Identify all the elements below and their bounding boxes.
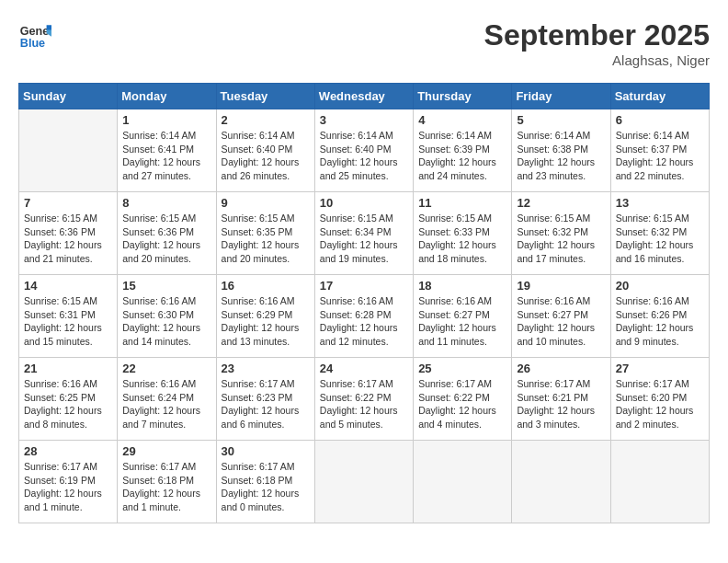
calendar-cell: 23Sunrise: 6:17 AMSunset: 6:23 PMDayligh… (216, 358, 314, 441)
day-number: 3 (320, 113, 408, 127)
day-info: Sunrise: 6:17 AMSunset: 6:20 PMDaylight:… (616, 377, 704, 431)
calendar-cell: 18Sunrise: 6:16 AMSunset: 6:27 PMDayligh… (414, 275, 512, 358)
calendar-cell: 27Sunrise: 6:17 AMSunset: 6:20 PMDayligh… (610, 358, 709, 441)
day-of-week-header: Wednesday (314, 84, 413, 109)
calendar-cell: 7Sunrise: 6:15 AMSunset: 6:36 PMDaylight… (19, 192, 118, 275)
day-info: Sunrise: 6:17 AMSunset: 6:22 PMDaylight:… (320, 377, 408, 431)
calendar-cell: 30Sunrise: 6:17 AMSunset: 6:18 PMDayligh… (216, 441, 314, 523)
logo: General Blue (18, 18, 51, 52)
day-info: Sunrise: 6:15 AMSunset: 6:31 PMDaylight:… (24, 294, 112, 349)
day-number: 26 (517, 362, 605, 375)
day-number: 21 (24, 362, 112, 375)
calendar-cell: 5Sunrise: 6:14 AMSunset: 6:38 PMDaylight… (512, 109, 610, 192)
day-info: Sunrise: 6:17 AMSunset: 6:22 PMDaylight:… (418, 377, 506, 431)
day-info: Sunrise: 6:15 AMSunset: 6:36 PMDaylight:… (122, 212, 210, 266)
day-of-week-header: Tuesday (216, 84, 314, 109)
day-number: 22 (122, 362, 210, 375)
calendar-week-row: 28Sunrise: 6:17 AMSunset: 6:19 PMDayligh… (19, 441, 710, 523)
calendar-cell (314, 441, 413, 523)
day-number: 24 (320, 362, 408, 375)
calendar-week-row: 14Sunrise: 6:15 AMSunset: 6:31 PMDayligh… (19, 275, 710, 358)
calendar-cell: 20Sunrise: 6:16 AMSunset: 6:26 PMDayligh… (610, 275, 709, 358)
day-info: Sunrise: 6:16 AMSunset: 6:26 PMDaylight:… (616, 294, 704, 349)
calendar-cell: 19Sunrise: 6:16 AMSunset: 6:27 PMDayligh… (512, 275, 610, 358)
calendar-cell: 4Sunrise: 6:14 AMSunset: 6:39 PMDaylight… (414, 109, 512, 192)
day-info: Sunrise: 6:14 AMSunset: 6:39 PMDaylight:… (418, 129, 506, 183)
day-number: 27 (616, 362, 704, 375)
day-info: Sunrise: 6:15 AMSunset: 6:32 PMDaylight:… (517, 212, 605, 266)
day-info: Sunrise: 6:17 AMSunset: 6:21 PMDaylight:… (517, 377, 605, 431)
page-header: General Blue September 2025 Alaghsas, Ni… (18, 18, 710, 68)
day-number: 23 (222, 362, 310, 375)
calendar-week-row: 21Sunrise: 6:16 AMSunset: 6:25 PMDayligh… (19, 358, 710, 441)
day-of-week-header: Friday (512, 84, 610, 109)
calendar-cell: 13Sunrise: 6:15 AMSunset: 6:32 PMDayligh… (610, 192, 709, 275)
calendar-table: SundayMondayTuesdayWednesdayThursdayFrid… (18, 83, 710, 523)
day-info: Sunrise: 6:14 AMSunset: 6:41 PMDaylight:… (122, 129, 210, 183)
day-info: Sunrise: 6:16 AMSunset: 6:25 PMDaylight:… (24, 377, 112, 431)
day-number: 18 (418, 279, 506, 293)
day-info: Sunrise: 6:17 AMSunset: 6:19 PMDaylight:… (24, 460, 112, 514)
day-info: Sunrise: 6:14 AMSunset: 6:37 PMDaylight:… (616, 129, 704, 183)
calendar-cell: 24Sunrise: 6:17 AMSunset: 6:22 PMDayligh… (314, 358, 413, 441)
day-number: 16 (222, 279, 310, 293)
day-number: 15 (122, 279, 210, 293)
calendar-body: 1Sunrise: 6:14 AMSunset: 6:41 PMDaylight… (19, 109, 710, 523)
calendar-week-row: 7Sunrise: 6:15 AMSunset: 6:36 PMDaylight… (19, 192, 710, 275)
calendar-cell: 26Sunrise: 6:17 AMSunset: 6:21 PMDayligh… (512, 358, 610, 441)
day-info: Sunrise: 6:15 AMSunset: 6:32 PMDaylight:… (616, 212, 704, 266)
day-number: 7 (24, 196, 112, 210)
day-number: 28 (24, 444, 112, 458)
day-info: Sunrise: 6:14 AMSunset: 6:38 PMDaylight:… (517, 129, 605, 183)
day-info: Sunrise: 6:15 AMSunset: 6:34 PMDaylight:… (320, 212, 408, 266)
calendar-cell (512, 441, 610, 523)
day-info: Sunrise: 6:17 AMSunset: 6:18 PMDaylight:… (222, 460, 310, 514)
calendar-cell: 6Sunrise: 6:14 AMSunset: 6:37 PMDaylight… (610, 109, 709, 192)
location: Alaghsas, Niger (484, 52, 710, 68)
calendar-header-row: SundayMondayTuesdayWednesdayThursdayFrid… (19, 84, 710, 109)
calendar-cell: 2Sunrise: 6:14 AMSunset: 6:40 PMDaylight… (216, 109, 314, 192)
day-number: 20 (616, 279, 704, 293)
day-info: Sunrise: 6:15 AMSunset: 6:33 PMDaylight:… (418, 212, 506, 266)
day-info: Sunrise: 6:16 AMSunset: 6:30 PMDaylight:… (122, 294, 210, 349)
title-block: September 2025 Alaghsas, Niger (484, 18, 710, 68)
calendar-cell: 14Sunrise: 6:15 AMSunset: 6:31 PMDayligh… (19, 275, 118, 358)
day-of-week-header: Monday (118, 84, 216, 109)
day-number: 25 (418, 362, 506, 375)
calendar-cell: 16Sunrise: 6:16 AMSunset: 6:29 PMDayligh… (216, 275, 314, 358)
calendar-cell: 12Sunrise: 6:15 AMSunset: 6:32 PMDayligh… (512, 192, 610, 275)
day-info: Sunrise: 6:14 AMSunset: 6:40 PMDaylight:… (320, 129, 408, 183)
calendar-cell (414, 441, 512, 523)
calendar-cell: 3Sunrise: 6:14 AMSunset: 6:40 PMDaylight… (314, 109, 413, 192)
month-title: September 2025 (484, 18, 710, 52)
day-info: Sunrise: 6:16 AMSunset: 6:27 PMDaylight:… (418, 294, 506, 349)
calendar-cell: 15Sunrise: 6:16 AMSunset: 6:30 PMDayligh… (118, 275, 216, 358)
calendar-cell: 10Sunrise: 6:15 AMSunset: 6:34 PMDayligh… (314, 192, 413, 275)
calendar-cell: 25Sunrise: 6:17 AMSunset: 6:22 PMDayligh… (414, 358, 512, 441)
day-info: Sunrise: 6:17 AMSunset: 6:18 PMDaylight:… (122, 460, 210, 514)
day-number: 1 (122, 113, 210, 127)
day-number: 12 (517, 196, 605, 210)
day-info: Sunrise: 6:17 AMSunset: 6:23 PMDaylight:… (222, 377, 310, 431)
day-info: Sunrise: 6:16 AMSunset: 6:28 PMDaylight:… (320, 294, 408, 349)
day-number: 2 (222, 113, 310, 127)
day-number: 6 (616, 113, 704, 127)
day-info: Sunrise: 6:16 AMSunset: 6:24 PMDaylight:… (122, 377, 210, 431)
calendar-cell: 17Sunrise: 6:16 AMSunset: 6:28 PMDayligh… (314, 275, 413, 358)
calendar-cell: 9Sunrise: 6:15 AMSunset: 6:35 PMDaylight… (216, 192, 314, 275)
day-number: 5 (517, 113, 605, 127)
calendar-cell (610, 441, 709, 523)
day-of-week-header: Thursday (414, 84, 512, 109)
day-number: 30 (222, 444, 310, 458)
logo-icon: General Blue (18, 18, 51, 52)
calendar-cell: 22Sunrise: 6:16 AMSunset: 6:24 PMDayligh… (118, 358, 216, 441)
day-number: 29 (122, 444, 210, 458)
day-info: Sunrise: 6:16 AMSunset: 6:27 PMDaylight:… (517, 294, 605, 349)
calendar-cell: 29Sunrise: 6:17 AMSunset: 6:18 PMDayligh… (118, 441, 216, 523)
day-info: Sunrise: 6:15 AMSunset: 6:35 PMDaylight:… (222, 212, 310, 266)
day-number: 4 (418, 113, 506, 127)
calendar-cell (19, 109, 118, 192)
calendar-cell: 8Sunrise: 6:15 AMSunset: 6:36 PMDaylight… (118, 192, 216, 275)
day-number: 8 (122, 196, 210, 210)
day-of-week-header: Saturday (610, 84, 709, 109)
